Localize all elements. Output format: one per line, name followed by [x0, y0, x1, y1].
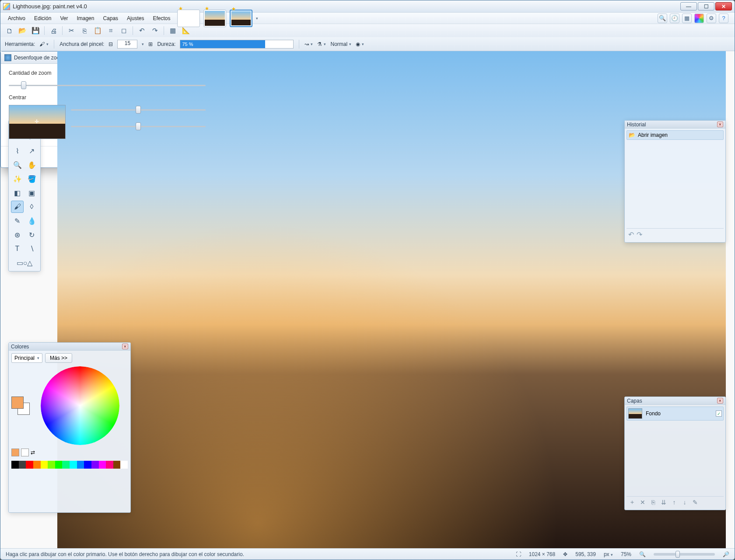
- history-item[interactable]: 📂 Abrir imagen: [626, 130, 724, 140]
- history-panel[interactable]: Historial ✕ 📂 Abrir imagen ↶ ↷: [624, 120, 726, 243]
- layers-panel-close-icon[interactable]: ✕: [717, 398, 723, 403]
- history-window-toggle[interactable]: 🕘: [670, 14, 679, 23]
- tool-paint-bucket[interactable]: 🪣: [25, 173, 38, 185]
- palette-swatch[interactable]: [120, 461, 128, 469]
- tools-panel[interactable]: Herr... ✕ ▭ ➤ ⌇ ↗ 🔍 ✋ ✨ 🪣 ◧ ▣ 🖌 ◊ ✎ 💧 ⊛ …: [8, 120, 41, 271]
- history-redo-icon[interactable]: ↷: [637, 230, 642, 239]
- layers-window-toggle[interactable]: ▦: [682, 14, 692, 23]
- history-undo-icon[interactable]: ↶: [628, 230, 634, 239]
- palette-swatch[interactable]: [41, 461, 48, 469]
- image-tab-1[interactable]: [177, 10, 200, 27]
- palette-swatch[interactable]: [77, 461, 84, 469]
- zoom-amount-slider[interactable]: [9, 81, 206, 90]
- color-palette[interactable]: [11, 461, 128, 469]
- tool-move-pixels[interactable]: ↗: [25, 145, 38, 157]
- menu-imagen[interactable]: Imagen: [73, 14, 98, 23]
- center-target-icon[interactable]: ✛: [35, 118, 39, 125]
- tool-paintbrush[interactable]: 🖌: [11, 201, 24, 213]
- swap-colors-icon[interactable]: ⇄: [31, 449, 35, 456]
- colors-more-button[interactable]: Más >>: [45, 353, 72, 363]
- menu-capas[interactable]: Capas: [99, 14, 122, 23]
- layer-opacity-toggle[interactable]: ◉▾: [356, 41, 364, 47]
- layers-panel[interactable]: Capas ✕ Fondo ✓ ＋ ✕ ⎘ ⇊ ↑ ↓ ✎: [624, 397, 726, 510]
- redo-icon[interactable]: ↷: [150, 25, 160, 36]
- brush-width-input[interactable]: 15: [117, 40, 137, 49]
- zoom-slider[interactable]: [654, 553, 715, 556]
- crop-icon[interactable]: ⌗: [105, 25, 116, 36]
- history-panel-close-icon[interactable]: ✕: [717, 122, 723, 127]
- menu-ver[interactable]: Ver: [56, 14, 72, 23]
- recent-color-2[interactable]: [21, 449, 29, 456]
- palette-swatch[interactable]: [33, 461, 41, 469]
- palette-swatch[interactable]: [62, 461, 70, 469]
- tool-pencil[interactable]: ✎: [11, 215, 24, 227]
- new-file-icon[interactable]: 🗋: [4, 25, 14, 36]
- undo-icon[interactable]: ↶: [136, 25, 147, 36]
- paste-icon[interactable]: 📋: [92, 25, 103, 36]
- antialias-toggle[interactable]: ↝▾: [304, 41, 313, 47]
- center-preview[interactable]: ✛: [9, 105, 66, 139]
- cut-icon[interactable]: ✂: [66, 25, 77, 36]
- palette-swatch[interactable]: [55, 461, 63, 469]
- layer-visibility-checkbox[interactable]: ✓: [716, 410, 722, 417]
- menu-ajustes[interactable]: Ajustes: [123, 14, 148, 23]
- minimize-button[interactable]: —: [680, 2, 697, 10]
- palette-swatch[interactable]: [99, 461, 106, 469]
- colors-panel-close-icon[interactable]: ✕: [122, 344, 128, 349]
- tool-zoom[interactable]: 🔍: [11, 159, 24, 171]
- palette-swatch[interactable]: [19, 461, 26, 469]
- add-layer-icon[interactable]: ＋: [628, 498, 637, 507]
- menu-edición[interactable]: Edición: [30, 14, 55, 23]
- unit-selector[interactable]: px ▾: [604, 551, 613, 557]
- color-swatches[interactable]: [11, 397, 30, 415]
- center-y-slider[interactable]: [71, 122, 206, 131]
- tool-lasso[interactable]: ⌇: [11, 145, 24, 157]
- save-file-icon[interactable]: 💾: [30, 25, 41, 36]
- palette-swatch[interactable]: [26, 461, 33, 469]
- zoom-out-icon[interactable]: 🔍: [639, 551, 646, 557]
- color-mode-selector[interactable]: Principal ▾: [11, 353, 42, 363]
- tools-window-toggle[interactable]: 🔍: [658, 14, 667, 23]
- tool-color-picker[interactable]: 💧: [25, 215, 38, 227]
- palette-swatch[interactable]: [113, 461, 121, 469]
- palette-swatch[interactable]: [84, 461, 91, 469]
- zoom-in-icon[interactable]: 🔎: [723, 551, 729, 557]
- layer-properties-icon[interactable]: ✎: [691, 498, 700, 507]
- layer-item[interactable]: Fondo ✓: [626, 407, 724, 421]
- move-layer-down-icon[interactable]: ↓: [680, 498, 689, 507]
- print-icon[interactable]: 🖨: [48, 25, 59, 36]
- image-tab-3[interactable]: [230, 10, 252, 27]
- colors-window-toggle[interactable]: [694, 14, 704, 23]
- close-button[interactable]: ✕: [715, 2, 732, 10]
- palette-swatch[interactable]: [11, 461, 19, 469]
- palette-swatch[interactable]: [70, 461, 77, 469]
- tool-clone-stamp[interactable]: ⊛: [11, 229, 24, 241]
- tool-tolerance[interactable]: ▣: [25, 187, 38, 199]
- primary-color-swatch[interactable]: [11, 397, 24, 409]
- tool-pan[interactable]: ✋: [25, 159, 38, 171]
- settings-button[interactable]: ⚙: [707, 14, 716, 23]
- tool-text[interactable]: T: [11, 243, 24, 255]
- recent-color-1[interactable]: [11, 449, 19, 456]
- blend-mode-selector[interactable]: Normal▾: [330, 41, 351, 47]
- tool-line[interactable]: ∖: [25, 243, 38, 255]
- menu-efectos[interactable]: Efectos: [149, 14, 174, 23]
- tool-selector[interactable]: 🖌▾: [39, 41, 49, 47]
- help-button[interactable]: ?: [719, 14, 728, 23]
- grid-icon[interactable]: ▦: [168, 25, 178, 36]
- tool-gradient[interactable]: ◧: [11, 187, 24, 199]
- tool-recolor[interactable]: ↻: [25, 229, 38, 241]
- palette-swatch[interactable]: [48, 461, 55, 469]
- delete-layer-icon[interactable]: ✕: [638, 498, 647, 507]
- duplicate-layer-icon[interactable]: ⎘: [649, 498, 658, 507]
- fill-style-toggle[interactable]: ⚗▾: [317, 41, 326, 47]
- color-wheel[interactable]: [41, 366, 119, 445]
- increment-width-icon[interactable]: ⊞: [148, 41, 153, 47]
- center-x-slider[interactable]: [71, 105, 206, 114]
- menu-archivo[interactable]: Archivo: [4, 14, 29, 23]
- colors-panel[interactable]: Colores ✕ Principal ▾ Más >>: [8, 342, 131, 513]
- tool-shapes[interactable]: ▭○△: [11, 257, 38, 269]
- ruler-icon[interactable]: 📐: [181, 25, 191, 36]
- deselect-icon[interactable]: ◻: [119, 25, 129, 36]
- merge-layer-icon[interactable]: ⇊: [659, 498, 668, 507]
